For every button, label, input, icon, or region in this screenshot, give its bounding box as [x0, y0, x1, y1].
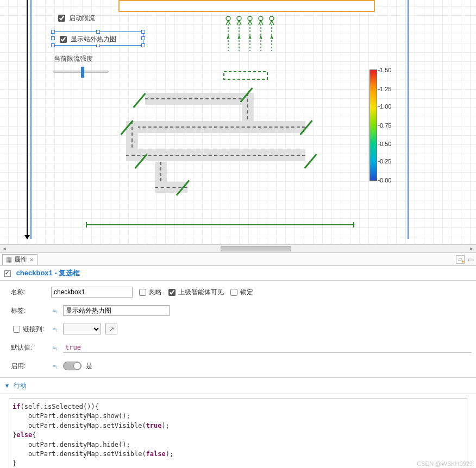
wall-dash — [145, 98, 253, 99]
flow-slider[interactable] — [53, 71, 109, 73]
resize-handle[interactable] — [51, 30, 55, 34]
checkbox-show-heatmap[interactable]: 显示站外热力图 — [57, 34, 117, 45]
tab-properties-label: 属性 — [14, 255, 27, 264]
dynamic-value-icon[interactable]: ≈₍ — [51, 344, 59, 351]
section-action-header[interactable]: ▼ 行动 — [0, 377, 476, 394]
section-action-label: 行动 — [14, 382, 27, 389]
resize-handle[interactable] — [96, 30, 100, 34]
slider-label: 当前限流强度 — [53, 54, 94, 64]
combo-linkto[interactable] — [63, 324, 101, 334]
toggle-enable-text: 是 — [86, 362, 92, 371]
tab-properties[interactable]: ▦ 属性 ✕ — [2, 254, 37, 265]
row-default: 默认值: ≈₍ true — [11, 341, 472, 353]
dynamic-value-icon[interactable]: ≈₍ — [51, 362, 59, 370]
row-name: 名称: 忽略 上级智能体可见 锁定 — [11, 286, 472, 298]
resize-handle[interactable] — [51, 36, 55, 40]
zone-rect-orange[interactable] — [118, 0, 375, 12]
dynamic-value-icon[interactable]: ≈₍ — [51, 307, 59, 314]
checkbox-parent-visible[interactable]: 上级智能体可见 — [166, 287, 224, 298]
checkbox-ignore[interactable]: 忽略 — [137, 287, 162, 298]
properties-tabbar: ▦ 属性 ✕ ▱✦ ▭ — [0, 253, 476, 266]
checkbox-icon — [4, 270, 11, 277]
label-enable: 启用: — [11, 362, 47, 371]
checkbox-lock[interactable]: 锁定 — [228, 287, 253, 298]
grid-icon: ▦ — [6, 256, 12, 263]
dynamic-value-icon[interactable]: ≈₍ — [51, 325, 59, 333]
scroll-left-button[interactable]: ◄ — [0, 245, 9, 252]
scroll-thumb[interactable] — [221, 246, 291, 251]
close-icon[interactable]: ✕ — [29, 257, 34, 263]
axis-y — [27, 0, 28, 239]
row-enable: 启用: ≈₍ 是 — [11, 360, 472, 372]
checkbox-show-heatmap-box[interactable] — [60, 36, 67, 43]
ped-source-arrows — [222, 14, 281, 83]
resize-handle[interactable] — [51, 43, 55, 47]
resize-handle[interactable] — [141, 30, 145, 34]
svg-rect-5 — [224, 72, 267, 79]
action-code-editor[interactable]: if(self.isSelected()){ outPart.densityMa… — [9, 399, 467, 468]
label-name: 名称: — [11, 288, 47, 297]
checkbox-show-heatmap-label: 显示站外热力图 — [71, 35, 116, 44]
canvas-hscrollbar[interactable]: ◄ ► — [0, 244, 476, 253]
scroll-right-button[interactable]: ► — [467, 245, 476, 252]
default-value[interactable]: true — [65, 344, 81, 351]
caret-down-icon: ▼ — [4, 383, 10, 389]
label-tag: 标签: — [11, 306, 47, 315]
minimize-icon[interactable]: ▭ — [468, 256, 474, 263]
label-default: 默认值: — [11, 343, 47, 352]
properties-title: checkbox1 - 复选框 — [16, 269, 80, 277]
flow-slider-thumb[interactable] — [81, 67, 84, 78]
wall-dash — [126, 155, 305, 156]
properties-header: checkbox1 - 复选框 — [0, 266, 476, 281]
properties-body: 名称: 忽略 上级智能体可见 锁定 标签: ≈₍ 链接到: ≈₍ ↗ 默认值: … — [0, 281, 476, 377]
checkbox-enable-flow[interactable]: 启动限流 — [55, 13, 96, 23]
checkbox-linkto[interactable]: 链接到: — [11, 324, 47, 334]
new-view-button[interactable]: ▱✦ — [456, 255, 465, 264]
row-tag: 标签: ≈₍ — [11, 305, 472, 317]
checkbox-enable-flow-label: 启动限流 — [69, 14, 95, 23]
design-canvas[interactable]: 启动限流 显示站外热力图 当前限流强度 — [0, 0, 476, 244]
resize-handle[interactable] — [141, 43, 145, 47]
resize-handle[interactable] — [141, 36, 145, 40]
pick-link-button[interactable]: ↗ — [105, 324, 117, 334]
heatmap-colorbar: 1.50 1.25 1.00 0.75 0.50 0.25 0.00 — [369, 69, 377, 181]
wall-line[interactable] — [86, 224, 354, 225]
input-name[interactable] — [51, 287, 133, 298]
toggle-enable[interactable] — [63, 362, 82, 370]
row-linkto: 链接到: ≈₍ ↗ — [11, 323, 472, 335]
input-tag[interactable] — [63, 305, 170, 316]
checkbox-enable-flow-box[interactable] — [58, 15, 65, 22]
wall-dash — [126, 127, 305, 128]
